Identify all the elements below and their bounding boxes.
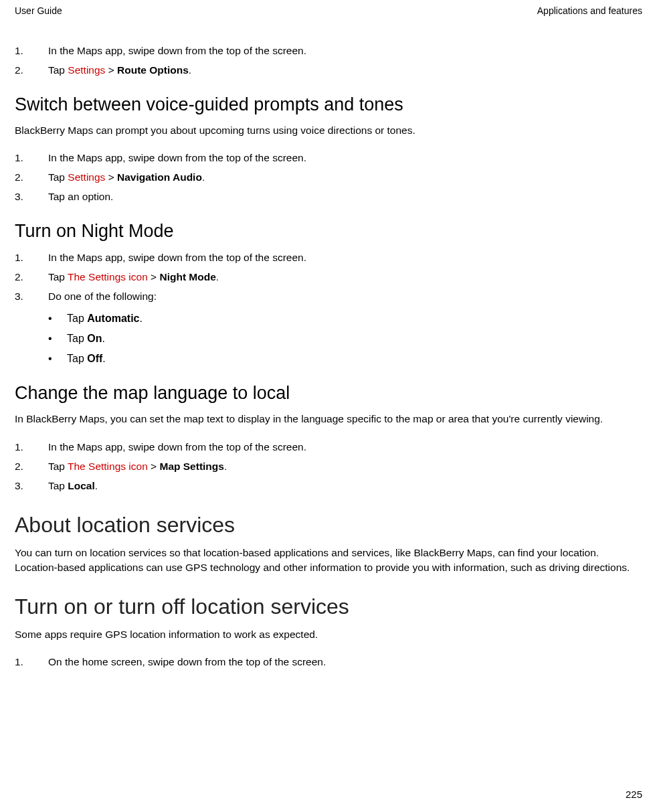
settings-link: Settings	[68, 64, 105, 76]
list-item: • Tap Automatic.	[48, 311, 642, 327]
about-intro: You can turn on location services so tha…	[15, 546, 642, 576]
step-number: 2.	[15, 169, 48, 185]
settings-link: Settings	[68, 171, 105, 183]
option-text: Tap Automatic.	[67, 311, 143, 327]
page-number: 225	[626, 789, 642, 800]
section-language-heading: Change the map language to local	[15, 383, 642, 404]
section-about-heading: About location services	[15, 513, 642, 538]
step-number: 2.	[15, 459, 48, 474]
settings-icon-link: The Settings icon	[68, 461, 148, 472]
list-item: • Tap On.	[48, 331, 642, 347]
list-item: 2. Tap The Settings icon > Map Settings.	[15, 459, 642, 474]
step-text: In the Maps app, swipe down from the top…	[48, 250, 306, 265]
option-text: Tap Off.	[67, 351, 106, 367]
step-number: 1.	[15, 43, 48, 58]
step-number: 3.	[15, 478, 48, 493]
step-text: Tap The Settings icon > Night Mode.	[48, 269, 219, 285]
step-number: 1.	[15, 439, 48, 455]
voice-steps: 1. In the Maps app, swipe down from the …	[15, 150, 642, 205]
list-item: 3. Tap an option.	[15, 189, 642, 204]
route-options-steps: 1. In the Maps app, swipe down from the …	[15, 43, 642, 78]
option-text: Tap On.	[67, 331, 105, 347]
off-label: Off	[87, 353, 102, 364]
bullet-icon: •	[48, 331, 67, 347]
list-item: 2. Tap Settings > Navigation Audio.	[15, 169, 642, 185]
list-item: 1. In the Maps app, swipe down from the …	[15, 250, 642, 265]
list-item: • Tap Off.	[48, 351, 642, 367]
map-settings-label: Map Settings	[159, 461, 223, 472]
language-steps: 1. In the Maps app, swipe down from the …	[15, 439, 642, 494]
step-text: In the Maps app, swipe down from the top…	[48, 43, 306, 58]
list-item: 3. Do one of the following:	[15, 289, 642, 304]
night-mode-label: Night Mode	[159, 271, 215, 282]
header-left: User Guide	[15, 5, 62, 16]
settings-icon-link: The Settings icon	[68, 271, 148, 282]
step-number: 3.	[15, 289, 48, 304]
section-turn-heading: Turn on or turn off location services	[15, 594, 642, 619]
language-intro: In BlackBerry Maps, you can set the map …	[15, 412, 642, 426]
list-item: 1. In the Maps app, swipe down from the …	[15, 43, 642, 58]
step-number: 1.	[15, 250, 48, 265]
night-steps: 1. In the Maps app, swipe down from the …	[15, 250, 642, 305]
step-text: On the home screen, swipe down from the …	[48, 654, 326, 669]
step-text: Tap The Settings icon > Map Settings.	[48, 459, 227, 474]
night-options: • Tap Automatic. • Tap On. • Tap Off.	[15, 311, 642, 367]
step-text: In the Maps app, swipe down from the top…	[48, 150, 306, 165]
step-text: Tap Settings > Route Options.	[48, 62, 191, 78]
nav-audio-label: Navigation Audio	[117, 171, 202, 183]
step-text: In the Maps app, swipe down from the top…	[48, 439, 306, 455]
step-number: 1.	[15, 150, 48, 165]
step-text: Do one of the following:	[48, 289, 157, 304]
page-header: User Guide Applications and features	[15, 5, 642, 16]
step-number: 2.	[15, 62, 48, 78]
step-text: Tap an option.	[48, 189, 113, 204]
section-night-heading: Turn on Night Mode	[15, 221, 642, 242]
on-label: On	[87, 333, 102, 344]
bullet-icon: •	[48, 311, 67, 327]
turn-intro: Some apps require GPS location informati…	[15, 627, 642, 642]
list-item: 1. In the Maps app, swipe down from the …	[15, 439, 642, 455]
step-number: 3.	[15, 189, 48, 204]
list-item: 2. Tap Settings > Route Options.	[15, 62, 642, 78]
voice-intro: BlackBerry Maps can prompt you about upc…	[15, 123, 642, 138]
header-right: Applications and features	[537, 5, 642, 16]
route-options-label: Route Options	[117, 64, 189, 76]
bullet-icon: •	[48, 351, 67, 367]
step-text: Tap Local.	[48, 478, 98, 493]
step-text: Tap Settings > Navigation Audio.	[48, 169, 205, 185]
automatic-label: Automatic	[87, 313, 139, 324]
turn-steps: 1. On the home screen, swipe down from t…	[15, 654, 642, 669]
local-label: Local	[68, 480, 94, 491]
list-item: 2. Tap The Settings icon > Night Mode.	[15, 269, 642, 285]
step-number: 2.	[15, 269, 48, 285]
section-voice-heading: Switch between voice-guided prompts and …	[15, 94, 642, 115]
list-item: 1. In the Maps app, swipe down from the …	[15, 150, 642, 165]
list-item: 3. Tap Local.	[15, 478, 642, 493]
list-item: 1. On the home screen, swipe down from t…	[15, 654, 642, 669]
step-number: 1.	[15, 654, 48, 669]
